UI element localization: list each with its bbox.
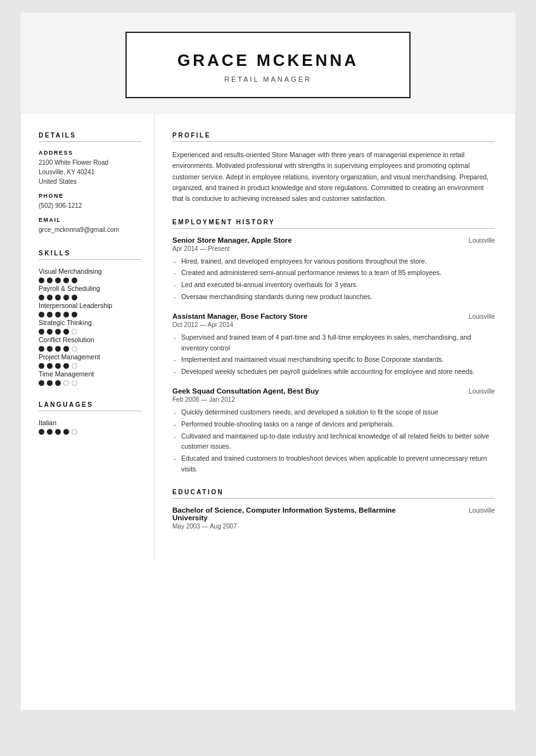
job-location: Louisville: [469, 313, 495, 320]
languages-section: LANGUAGES Italian: [39, 401, 141, 435]
email-value: grce_mcknnna9@gmail.com: [39, 225, 141, 234]
job-entry: Senior Store Manager, Apple Store Louisv…: [172, 236, 495, 302]
dot-filled: [39, 312, 44, 317]
candidate-name: GRACE MCKENNA: [177, 51, 359, 70]
job-location: Louisville: [469, 388, 495, 395]
dot-filled: [39, 278, 44, 283]
dot-filled: [47, 295, 53, 300]
dot-filled: [39, 329, 44, 335]
skills-container: Visual MerchandisingPayroll & Scheduling…: [39, 267, 141, 386]
dot-filled: [72, 278, 77, 283]
dot-filled: [55, 429, 61, 435]
skill-item: Project Management: [39, 353, 141, 369]
skill-item: Time Management: [39, 370, 141, 386]
edu-container: Bachelor of Science, Computer Informatio…: [172, 506, 495, 530]
dot-filled: [55, 312, 61, 317]
job-location: Louisville: [469, 237, 495, 244]
job-dates: Oct 2012 — Apr 2014: [172, 321, 495, 328]
job-title: Senior Store Manager, Apple Store: [172, 236, 292, 244]
job-header: Assistant Manager, Bose Factory Store Lo…: [172, 312, 495, 320]
skills-section: SKILLS Visual MerchandisingPayroll & Sch…: [39, 250, 141, 386]
phone-value: (502) 906-1212: [39, 201, 141, 210]
language-item: Italian: [39, 419, 141, 435]
bullet-item: Implemented and maintained visual mercha…: [172, 354, 495, 365]
job-title: Geek Squad Consultation Agent, Best Buy: [172, 387, 319, 395]
dot-filled: [63, 346, 69, 352]
language-name: Italian: [39, 419, 141, 426]
dot-filled: [63, 295, 69, 300]
dot-filled: [39, 380, 44, 386]
dot-filled: [63, 363, 69, 369]
jobs-container: Senior Store Manager, Apple Store Louisv…: [172, 236, 495, 475]
edu-location: Louisville: [469, 507, 495, 514]
resume-header: GRACE MCKENNA RETAIL MANAGER: [21, 13, 515, 114]
address-value: 2100 White Flower Road Lousville, KY 402…: [39, 158, 141, 186]
dot-empty: [72, 329, 77, 335]
skill-name: Time Management: [39, 370, 141, 378]
dot-filled: [55, 380, 61, 386]
skill-name: Conflict Resolution: [39, 336, 141, 343]
bullet-item: Oversaw merchandising standards during n…: [172, 292, 495, 302]
job-dates: Apr 2014 — Present: [172, 245, 495, 252]
dot-empty: [63, 380, 69, 386]
job-dates: Feb 2008 — Jan 2012: [172, 396, 495, 403]
dot-filled: [47, 380, 53, 386]
details-title: DETAILS: [39, 132, 141, 142]
edu-dates: May 2003 — Aug 2007: [172, 523, 495, 530]
phone-label: PHONE: [39, 193, 141, 199]
bullet-item: Performed trouble-shooting tasks on a ra…: [172, 419, 495, 430]
skill-item: Interpersonal Leadership: [39, 302, 141, 317]
dot-filled: [55, 346, 61, 352]
bullet-item: Led and executed bi-annual inventory ove…: [172, 279, 495, 290]
skill-name: Strategic Thinking: [39, 319, 141, 326]
profile-section: PROFILE Experienced and results-oriented…: [172, 132, 495, 205]
job-bullets: Hired, trained, and developed employees …: [172, 256, 495, 302]
skill-item: Strategic Thinking: [39, 319, 141, 335]
dot-filled: [47, 278, 53, 283]
dot-filled: [55, 278, 61, 283]
dot-empty: [72, 380, 77, 386]
employment-section: EMPLOYMENT HISTORY Senior Store Manager,…: [172, 219, 495, 475]
edu-entry: Bachelor of Science, Computer Informatio…: [172, 506, 495, 530]
dot-filled: [55, 363, 61, 369]
employment-title: EMPLOYMENT HISTORY: [172, 219, 495, 229]
dot-filled: [47, 346, 53, 352]
header-box: GRACE MCKENNA RETAIL MANAGER: [125, 32, 411, 98]
main-content: PROFILE Experienced and results-oriented…: [154, 114, 515, 561]
dot-filled: [72, 312, 77, 317]
dot-filled: [39, 346, 44, 352]
address-label: ADDRESS: [39, 150, 141, 156]
dot-filled: [63, 312, 69, 317]
skill-name: Project Management: [39, 353, 141, 361]
skill-item: Payroll & Scheduling: [39, 285, 141, 300]
dot-empty: [72, 429, 77, 435]
bullet-item: Quickly determined customers needs, and …: [172, 407, 495, 418]
skill-item: Conflict Resolution: [39, 336, 141, 352]
dot-filled: [39, 363, 44, 369]
profile-text: Experienced and results-oriented Store M…: [172, 150, 495, 205]
dot-filled: [63, 329, 69, 335]
dot-filled: [47, 363, 53, 369]
candidate-title: RETAIL MANAGER: [177, 75, 359, 83]
skills-title: SKILLS: [39, 250, 141, 260]
skill-name: Interpersonal Leadership: [39, 302, 141, 309]
dot-empty: [72, 346, 77, 352]
bullet-item: Hired, trained, and developed employees …: [172, 256, 495, 267]
details-section: DETAILS ADDRESS 2100 White Flower Road L…: [39, 132, 141, 234]
dot-filled: [55, 329, 61, 335]
skill-name: Visual Merchandising: [39, 267, 141, 275]
skill-name: Payroll & Scheduling: [39, 285, 141, 292]
dot-filled: [63, 278, 69, 283]
languages-container: Italian: [39, 419, 141, 435]
profile-title: PROFILE: [172, 132, 495, 142]
email-label: EMAIL: [39, 217, 141, 223]
job-entry: Assistant Manager, Bose Factory Store Lo…: [172, 312, 495, 377]
dot-filled: [39, 429, 44, 435]
job-entry: Geek Squad Consultation Agent, Best Buy …: [172, 387, 495, 475]
dot-empty: [72, 363, 77, 369]
job-title: Assistant Manager, Bose Factory Store: [172, 312, 307, 320]
resume-body: DETAILS ADDRESS 2100 White Flower Road L…: [21, 114, 515, 561]
bullet-item: Developed weekly schedules per payroll g…: [172, 366, 495, 377]
dot-filled: [63, 429, 69, 435]
dot-filled: [72, 295, 77, 300]
